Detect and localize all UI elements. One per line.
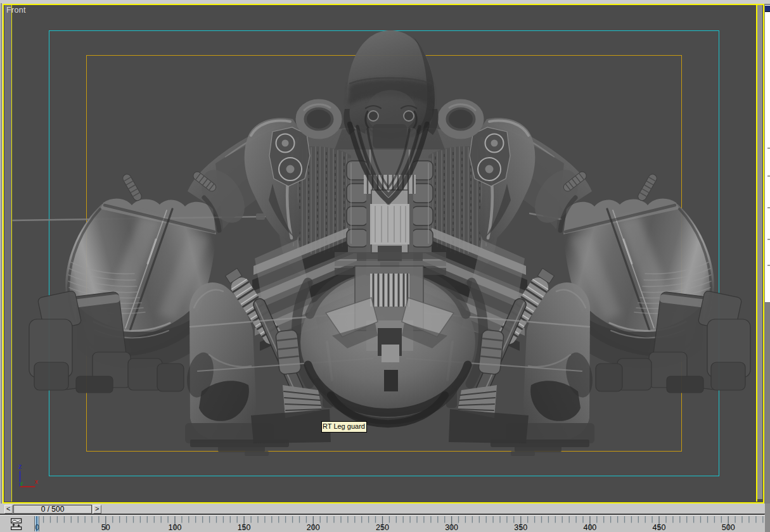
svg-text:x: x <box>35 478 38 485</box>
svg-text:y: y <box>20 480 23 487</box>
svg-text:z: z <box>18 462 22 470</box>
